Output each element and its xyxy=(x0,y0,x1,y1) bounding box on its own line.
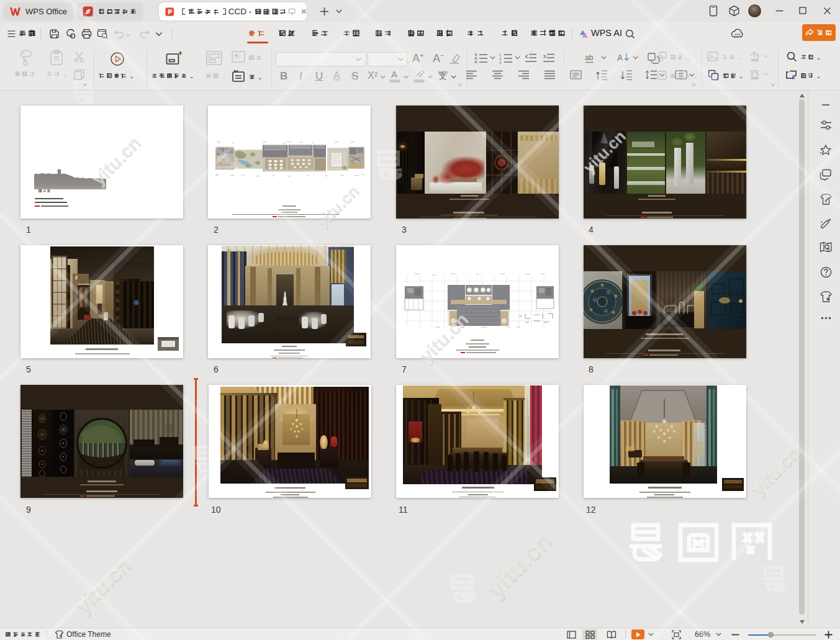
svg-text:ab: ab xyxy=(585,53,594,62)
svg-text:A: A xyxy=(660,73,664,79)
svg-text:A: A xyxy=(617,53,623,63)
svg-text:3: 3 xyxy=(499,61,502,65)
